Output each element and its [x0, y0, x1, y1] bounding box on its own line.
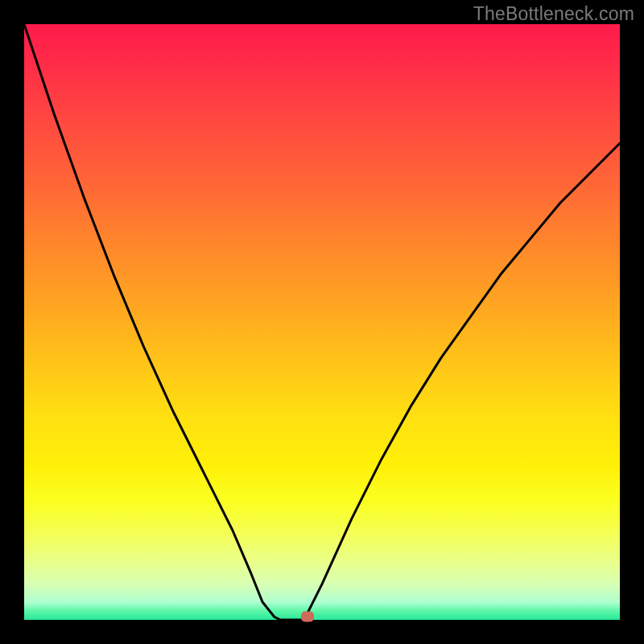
bottleneck-curve [24, 24, 620, 620]
optimum-marker [301, 612, 314, 622]
curve-svg [24, 24, 620, 620]
chart-container: TheBottleneck.com [0, 0, 644, 644]
watermark-text: TheBottleneck.com [473, 3, 634, 25]
plot-area [24, 24, 620, 620]
